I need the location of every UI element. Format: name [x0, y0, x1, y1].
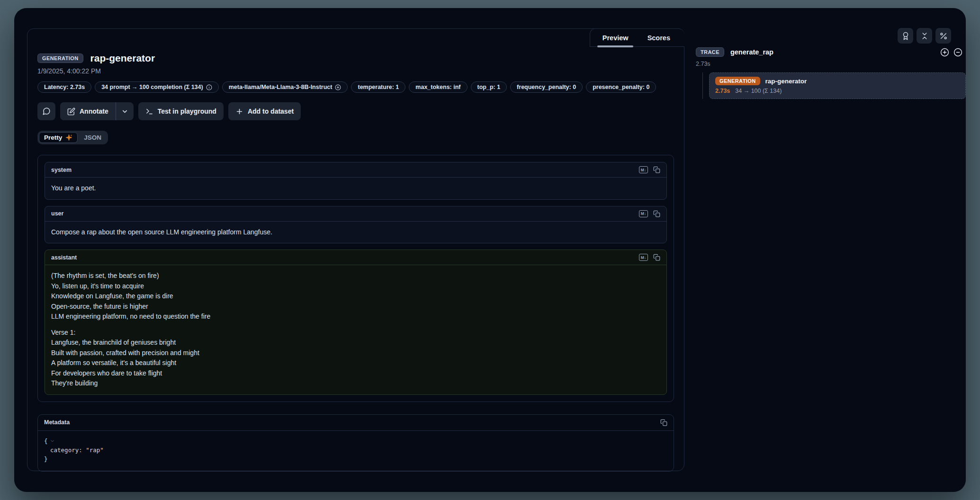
message-line: A platform so versatile, it's a beautifu… [51, 358, 660, 368]
annotate-split-button: Annotate [60, 102, 134, 120]
message-role-label: system [51, 167, 72, 173]
app-window: Preview Scores GENERATION rap-generator … [14, 8, 966, 492]
test-in-playground-button[interactable]: Test in playground [138, 102, 224, 120]
message-line: Yo, listen up, it's time to acquire [51, 281, 660, 292]
parameter-pill[interactable]: temperature: 1 [351, 81, 405, 93]
input-output-card: systemM↓You are a poet.userM↓Compose a r… [37, 155, 674, 402]
preview-scores-tabs: Preview Scores [590, 28, 684, 47]
metadata-line: category: "rap" [44, 446, 667, 455]
message-line: (The rhythm is set, the beat's on fire) [51, 271, 660, 281]
annotate-button[interactable]: Annotate [60, 102, 116, 120]
pill-label: top_p: 1 [477, 84, 501, 90]
toggle-pretty[interactable]: Pretty [39, 132, 78, 143]
message-line: Built with passion, crafted with precisi… [51, 348, 660, 358]
message-block-user: userM↓Compose a rap about the open sourc… [45, 206, 667, 244]
pill-label: 34 prompt → 100 completion (Σ 134) [101, 84, 203, 90]
copy-icon[interactable] [653, 166, 660, 173]
parameter-pill[interactable]: meta-llama/Meta-Llama-3-8B-Instruct [222, 81, 348, 93]
page-title: rap-generator [90, 53, 155, 64]
chevron-down-icon [121, 108, 128, 115]
node-name: rap-generator [765, 78, 807, 85]
metadata-card: Metadata {category: "rap"} [37, 414, 674, 472]
tab-scores[interactable]: Scores [647, 34, 670, 42]
parameter-pill[interactable]: top_p: 1 [471, 81, 507, 93]
sparkles-icon [65, 134, 72, 141]
markdown-toggle-icon[interactable]: M↓ [639, 210, 648, 217]
comment-bubble-icon [42, 107, 51, 116]
parameter-pill[interactable]: Latency: 2.73s [37, 81, 91, 93]
pill-label: temperature: 1 [358, 84, 399, 90]
message-header: systemM↓ [45, 162, 666, 178]
trace-tree-panel: TRACE generate_rap 2.73s GENERATION rap-… [696, 47, 966, 99]
copy-icon[interactable] [653, 210, 660, 217]
title-row: GENERATION rap-generator [37, 53, 674, 64]
message-line: Compose a rap about the open source LLM … [51, 227, 660, 238]
message-header: assistantM↓ [45, 250, 666, 265]
collapse-chevron-icon[interactable] [50, 438, 55, 444]
message-content: Compose a rap about the open source LLM … [45, 222, 666, 243]
toggle-json[interactable]: JSON [79, 132, 107, 143]
markdown-toggle-icon[interactable]: M↓ [639, 254, 648, 261]
message-block-assistant: assistantM↓(The rhythm is set, the beat'… [45, 250, 667, 395]
pretty-json-toggle: Pretty JSON [37, 131, 108, 144]
copy-icon[interactable] [653, 254, 660, 261]
parameter-pill[interactable]: max_tokens: inf [409, 81, 467, 93]
tab-preview-label: Preview [602, 34, 629, 42]
tree-node-generation[interactable]: GENERATION rap-generator 2.73s 34 → 100 … [709, 72, 966, 99]
message-content: (The rhythm is set, the beat's on fire)Y… [45, 265, 666, 394]
message-role-label: user [51, 210, 63, 217]
trace-row[interactable]: TRACE generate_rap [696, 47, 966, 57]
info-icon [206, 84, 212, 90]
pill-label: meta-llama/Meta-Llama-3-8B-Instruct [229, 84, 333, 90]
message-header: userM↓ [45, 206, 666, 222]
parameter-pill[interactable]: presence_penalty: 0 [586, 81, 656, 93]
fold-vertical-icon [920, 32, 929, 40]
metadata-content: {category: "rap"} [38, 431, 674, 471]
award-icon [901, 32, 910, 40]
node-token-usage: 34 → 100 (Σ 134) [735, 88, 782, 94]
observation-type-badge: GENERATION [37, 54, 83, 63]
annotate-dropdown-button[interactable] [116, 102, 134, 120]
metadata-header: Metadata [38, 415, 674, 431]
json-label: JSON [84, 134, 101, 141]
message-block-system: systemM↓You are a poet. [45, 162, 667, 200]
annotation-queue-button[interactable] [898, 28, 913, 44]
parameter-pill[interactable]: 34 prompt → 100 completion (Σ 134) [95, 81, 219, 93]
trace-name: generate_rap [730, 48, 773, 56]
tree-indent-line [702, 72, 703, 99]
comment-button[interactable] [37, 102, 55, 120]
metadata-title: Metadata [44, 419, 70, 426]
pill-label: presence_penalty: 0 [593, 84, 649, 90]
annotate-label: Annotate [80, 107, 108, 115]
message-line: Verse 1: [51, 328, 660, 338]
panel-control-buttons [898, 28, 951, 44]
pill-label: max_tokens: inf [415, 84, 460, 90]
plus-icon [235, 107, 243, 116]
tab-scores-label: Scores [647, 34, 670, 42]
timestamp: 1/9/2025, 4:00:22 PM [37, 67, 674, 75]
pill-label: frequency_penalty: 0 [517, 84, 576, 90]
markdown-toggle-icon[interactable]: M↓ [639, 166, 648, 173]
message-line: You are a poet. [51, 183, 660, 194]
message-line: LLM engineering platform, no need to que… [51, 312, 660, 322]
collapse-panel-button[interactable] [917, 28, 932, 44]
message-line: They're building [51, 378, 660, 389]
metadata-line: { [44, 437, 667, 446]
dataset-label: Add to dataset [248, 107, 294, 115]
metrics-toggle-button[interactable] [935, 28, 951, 44]
tab-preview[interactable]: Preview [602, 34, 629, 42]
parameter-pill[interactable]: frequency_penalty: 0 [510, 81, 583, 93]
terminal-icon [145, 107, 153, 116]
expand-all-icon[interactable] [940, 48, 949, 57]
copy-icon[interactable] [660, 419, 667, 426]
pill-label: Latency: 2.73s [44, 84, 85, 90]
message-line: Open-source, the future is higher [51, 302, 660, 312]
observation-tree: GENERATION rap-generator 2.73s 34 → 100 … [696, 72, 966, 99]
collapse-all-icon[interactable] [953, 48, 962, 57]
percent-icon [939, 32, 948, 40]
node-duration: 2.73s [715, 88, 730, 94]
add-to-dataset-button[interactable]: Add to dataset [228, 102, 301, 120]
playground-label: Test in playground [158, 107, 216, 115]
trace-type-badge: TRACE [696, 47, 724, 57]
metadata-line: } [44, 455, 667, 464]
